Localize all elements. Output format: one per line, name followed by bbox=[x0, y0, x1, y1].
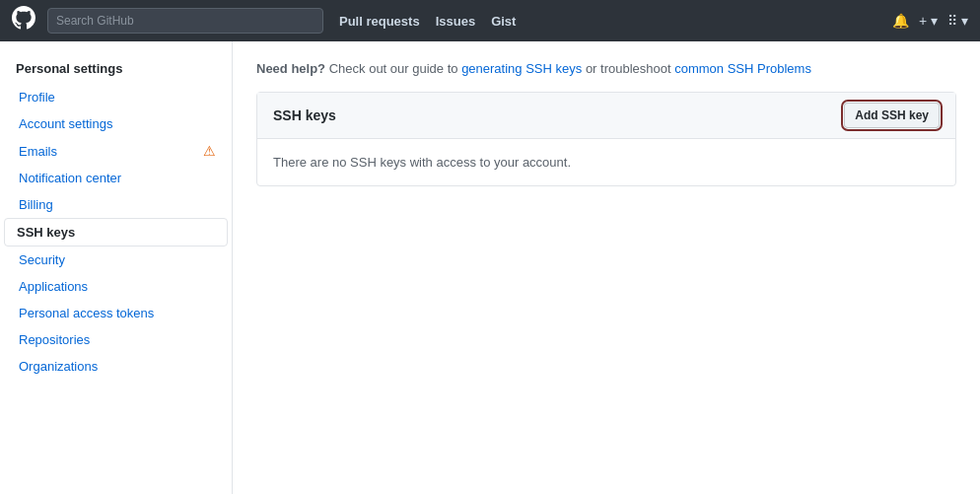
common-ssh-problems-link[interactable]: common SSH Problems bbox=[674, 61, 811, 76]
emails-label: Emails bbox=[19, 144, 57, 159]
ssh-section-title: SSH keys bbox=[273, 107, 336, 123]
sidebar-item-notification-center[interactable]: Notification center bbox=[0, 165, 232, 191]
ssh-keys-section: SSH keys Add SSH key There are no SSH ke… bbox=[256, 92, 956, 186]
main-content: Need help? Check out our guide to genera… bbox=[233, 41, 980, 494]
sidebar-item-repositories[interactable]: Repositories bbox=[0, 326, 232, 353]
warning-icon: ⚠ bbox=[203, 143, 216, 159]
help-text: Need help? Check out our guide to genera… bbox=[256, 61, 956, 76]
help-need-help: Need help? bbox=[256, 61, 325, 76]
issues-link[interactable]: Issues bbox=[436, 14, 475, 29]
ssh-empty-message: There are no SSH keys with access to you… bbox=[257, 139, 955, 185]
sidebar-item-billing[interactable]: Billing bbox=[0, 191, 232, 218]
add-ssh-key-button[interactable]: Add SSH key bbox=[844, 103, 940, 128]
sidebar-item-ssh-keys[interactable]: SSH keys bbox=[4, 218, 228, 247]
sidebar-item-personal-access-tokens[interactable]: Personal access tokens bbox=[0, 300, 232, 326]
nav-right: 🔔 + ▾ ⠿ ▾ bbox=[892, 13, 968, 29]
sidebar-item-profile[interactable]: Profile bbox=[0, 84, 232, 110]
search-input[interactable] bbox=[47, 8, 323, 34]
help-middle: Check out our guide to bbox=[329, 61, 461, 76]
help-or: or troubleshoot bbox=[586, 61, 674, 76]
nav-links: Pull requests Issues Gist bbox=[339, 14, 516, 29]
user-avatar-icon[interactable]: ⠿ ▾ bbox=[947, 13, 968, 29]
sidebar-item-emails[interactable]: Emails ⚠ bbox=[0, 137, 232, 165]
sidebar-item-organizations[interactable]: Organizations bbox=[0, 353, 232, 380]
page-container: Personal settings Profile Account settin… bbox=[0, 41, 980, 494]
search-box[interactable] bbox=[47, 8, 323, 34]
sidebar-item-account-settings[interactable]: Account settings bbox=[0, 110, 232, 137]
gist-link[interactable]: Gist bbox=[491, 14, 516, 29]
ssh-section-header: SSH keys Add SSH key bbox=[257, 93, 955, 139]
sidebar-item-security[interactable]: Security bbox=[0, 247, 232, 273]
sidebar-item-applications[interactable]: Applications bbox=[0, 273, 232, 300]
pull-requests-link[interactable]: Pull requests bbox=[339, 14, 420, 29]
add-icon[interactable]: + ▾ bbox=[919, 13, 938, 29]
bell-icon[interactable]: 🔔 bbox=[892, 13, 909, 29]
sidebar-header: Personal settings bbox=[0, 57, 232, 84]
generating-ssh-keys-link[interactable]: generating SSH keys bbox=[461, 61, 582, 76]
top-navigation: Pull requests Issues Gist 🔔 + ▾ ⠿ ▾ bbox=[0, 0, 980, 41]
github-logo-icon bbox=[12, 6, 35, 35]
sidebar: Personal settings Profile Account settin… bbox=[0, 41, 233, 494]
